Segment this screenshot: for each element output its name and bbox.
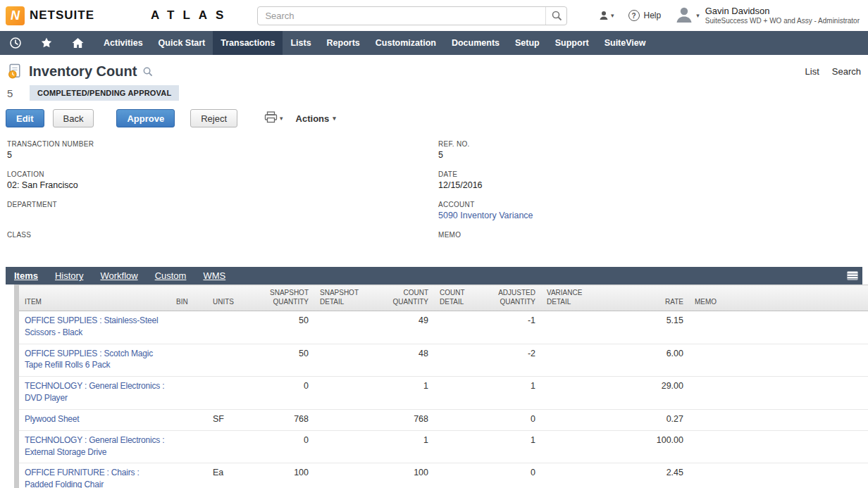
nav-item-customization[interactable]: Customization	[368, 31, 444, 55]
item-link[interactable]: OFFICE SUPPLIES : Scotch Magic Tape Refi…	[25, 349, 153, 370]
field-value[interactable]: 5090 Inventory Variance	[438, 211, 861, 221]
search-link[interactable]: Search	[832, 66, 861, 77]
tab-items[interactable]: Items	[6, 267, 46, 284]
nav-item-transactions[interactable]: Transactions	[213, 31, 283, 55]
count-detail-cell	[434, 377, 476, 410]
print-icon	[264, 111, 278, 126]
table-view-toggle-icon[interactable]	[847, 271, 858, 280]
search-icon[interactable]	[545, 7, 566, 25]
avatar	[675, 6, 693, 25]
back-button[interactable]: Back	[53, 109, 94, 127]
memo-cell	[689, 430, 868, 463]
snapshot-quantity-cell: 0	[251, 377, 314, 410]
memo-cell	[689, 463, 868, 488]
user-menu[interactable]: ▾ Gavin Davidson SuiteSuccess WD + WO an…	[675, 6, 860, 25]
memo-cell	[689, 311, 868, 344]
reject-button[interactable]: Reject	[190, 109, 237, 127]
tab-custom[interactable]: Custom	[147, 267, 195, 284]
item-link[interactable]: OFFICE SUPPLIES : Stainless-Steel Scisso…	[25, 315, 158, 337]
title-search-icon[interactable]	[142, 66, 153, 77]
item-link[interactable]: Plywood Sheet	[25, 414, 79, 424]
netsuite-logo-text: NETSUITE	[30, 8, 94, 23]
nav-item-quick-start[interactable]: Quick Start	[151, 31, 213, 55]
column-header-variance-detail: VARIANCE DETAIL	[541, 285, 606, 311]
edit-button[interactable]: Edit	[6, 109, 44, 127]
tab-workflow[interactable]: Workflow	[92, 267, 146, 284]
column-header-count-quantity: COUNT QUANTITY	[369, 285, 434, 311]
bin-cell	[170, 311, 207, 344]
atlas-logo: ATLAS	[151, 8, 232, 23]
adjusted-quantity-cell: 1	[476, 430, 541, 463]
adjusted-quantity-cell: 1	[476, 377, 541, 410]
units-cell: SF	[207, 409, 251, 430]
field-label: CLASS	[7, 231, 438, 239]
nav-item-reports[interactable]: Reports	[319, 31, 368, 55]
count-detail-cell	[434, 409, 476, 430]
field-department: DEPARTMENT	[7, 201, 438, 221]
field-value: 02: San Francisco	[7, 180, 438, 191]
field-value	[7, 211, 438, 221]
title-links: List Search	[805, 66, 861, 77]
field-label: REF. NO.	[438, 140, 861, 148]
variance-detail-cell	[541, 311, 606, 344]
nav-item-setup[interactable]: Setup	[507, 31, 547, 55]
item-link[interactable]: OFFICE FURNITURE : Chairs : Padded Foldi…	[25, 468, 140, 488]
status-badge: COMPLETED/PENDING APPROVAL	[30, 85, 179, 101]
tab-wms[interactable]: WMS	[194, 267, 234, 284]
field-label: TRANSACTION NUMBER	[7, 140, 438, 148]
column-header-snapshot-detail: SNAPSHOT DETAIL	[314, 285, 369, 311]
rate-cell: 6.00	[606, 344, 689, 377]
column-header-count-detail: COUNT DETAIL	[434, 285, 476, 311]
snapshot-detail-cell	[314, 463, 369, 488]
approve-button[interactable]: Approve	[116, 109, 175, 127]
netsuite-logo[interactable]: N NETSUITE	[6, 6, 104, 25]
nav-item-activities[interactable]: Activities	[96, 31, 151, 55]
help-button[interactable]: ? Help	[628, 10, 662, 21]
global-search	[257, 6, 567, 25]
recent-records-icon[interactable]	[0, 31, 31, 55]
list-link[interactable]: List	[805, 66, 819, 77]
fields-left-column: TRANSACTION NUMBER5LOCATION02: San Franc…	[7, 140, 438, 261]
variance-detail-cell	[541, 463, 606, 488]
nav-item-support[interactable]: Support	[547, 31, 597, 55]
adjusted-quantity-cell: 0	[476, 463, 541, 488]
units-cell	[207, 344, 251, 377]
nav-menu: ActivitiesQuick StartTransactionsListsRe…	[96, 31, 654, 55]
roles-switcher-icon[interactable]: ▾	[598, 10, 614, 21]
user-name: Gavin Davidson	[705, 6, 860, 17]
bin-cell	[170, 409, 207, 430]
memo-cell	[689, 377, 868, 410]
item-link[interactable]: TECHNOLOGY : General Electronics : DVD P…	[25, 381, 164, 403]
rate-cell: 29.00	[606, 377, 689, 410]
field-value: 5	[438, 150, 861, 161]
tab-history[interactable]: History	[46, 267, 92, 284]
field-account: ACCOUNT5090 Inventory Variance	[438, 201, 861, 221]
column-header-units: UNITS	[207, 285, 251, 311]
print-menu-button[interactable]: ▾	[264, 111, 283, 126]
adjusted-quantity-cell: -2	[476, 344, 541, 377]
item-link[interactable]: TECHNOLOGY : General Electronics : Exter…	[25, 435, 164, 457]
global-search-input[interactable]	[257, 6, 567, 25]
snapshot-quantity-cell: 50	[251, 311, 314, 344]
snapshot-detail-cell	[314, 430, 369, 463]
page-title: Inventory Count	[29, 63, 137, 80]
nav-item-documents[interactable]: Documents	[444, 31, 507, 55]
help-icon: ?	[628, 10, 640, 21]
shortcuts-star-icon[interactable]	[31, 31, 62, 55]
home-icon[interactable]	[62, 31, 93, 55]
item-cell: TECHNOLOGY : General Electronics : Exter…	[19, 430, 170, 463]
snapshot-quantity-cell: 50	[251, 344, 314, 377]
item-cell: TECHNOLOGY : General Electronics : DVD P…	[19, 377, 170, 410]
field-label: ACCOUNT	[438, 201, 861, 208]
nav-item-suiteview[interactable]: SuiteView	[597, 31, 654, 55]
field-label: LOCATION	[7, 170, 438, 178]
field-label: DATE	[438, 170, 861, 178]
actions-menu[interactable]: Actions ▾	[296, 113, 336, 124]
action-button-row: Edit Back Approve Reject ▾ Actions ▾	[0, 101, 868, 127]
snapshot-detail-cell	[314, 344, 369, 377]
snapshot-detail-cell	[314, 311, 369, 344]
field-value	[7, 241, 438, 251]
nav-item-lists[interactable]: Lists	[283, 31, 318, 55]
table-row: TECHNOLOGY : General Electronics : Exter…	[19, 430, 868, 463]
record-fields: TRANSACTION NUMBER5LOCATION02: San Franc…	[0, 127, 868, 261]
